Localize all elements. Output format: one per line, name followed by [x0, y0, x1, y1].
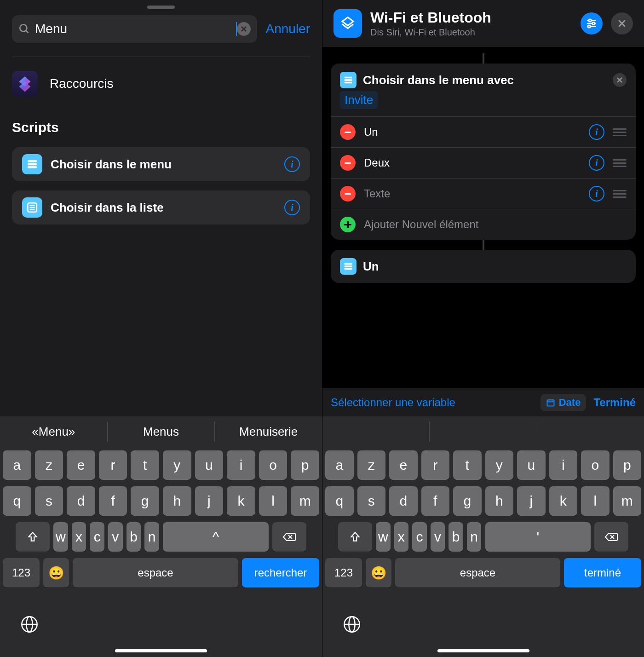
action-choose-from-list[interactable]: Choisir dans la liste i [12, 190, 310, 225]
numbers-key[interactable]: 123 [3, 558, 40, 588]
key-j[interactable]: j [195, 486, 224, 516]
key-z[interactable]: z [357, 450, 386, 480]
key-d[interactable]: d [389, 486, 418, 516]
suggestion[interactable]: Menuiserie [214, 422, 322, 441]
remove-option-button[interactable] [340, 186, 356, 202]
numbers-key[interactable]: 123 [325, 558, 362, 588]
info-icon[interactable]: i [284, 200, 300, 215]
key-s[interactable]: s [35, 486, 63, 516]
remove-option-button[interactable] [340, 124, 356, 140]
key-g[interactable]: g [453, 486, 482, 516]
key-i[interactable]: i [227, 450, 255, 480]
key-x[interactable]: x [394, 522, 409, 552]
key-p[interactable]: p [291, 450, 319, 480]
remove-option-button[interactable] [340, 155, 356, 171]
caret-key[interactable]: ^ [163, 522, 269, 552]
cancel-button[interactable]: Annuler [265, 22, 310, 36]
suggestion[interactable] [429, 422, 536, 441]
app-row[interactable]: Raccourcis [12, 57, 310, 101]
search-input[interactable] [30, 22, 236, 36]
emoji-key[interactable]: 😀 [43, 558, 69, 588]
prompt-field[interactable]: Invite [340, 91, 378, 109]
key-t[interactable]: t [453, 450, 482, 480]
key-h[interactable]: h [485, 486, 514, 516]
key-l[interactable]: l [259, 486, 288, 516]
search-key[interactable]: rechercher [242, 558, 319, 588]
clear-search-button[interactable] [237, 22, 251, 36]
shift-key[interactable] [16, 522, 50, 552]
date-variable-chip[interactable]: Date [540, 394, 586, 411]
done-button[interactable]: Terminé [593, 396, 636, 409]
suggestion[interactable]: Menus [107, 422, 215, 441]
key-j[interactable]: j [517, 486, 546, 516]
drag-handle-icon[interactable] [613, 128, 627, 136]
option-label[interactable]: Deux [364, 156, 581, 169]
key-n[interactable]: n [144, 522, 159, 552]
key-y[interactable]: y [485, 450, 514, 480]
key-h[interactable]: h [163, 486, 191, 516]
emoji-key[interactable]: 😀 [366, 558, 391, 588]
space-key[interactable]: espace [73, 558, 238, 588]
info-icon[interactable]: i [284, 156, 300, 172]
key-v[interactable]: v [431, 522, 445, 552]
close-button[interactable] [611, 12, 633, 35]
key-a[interactable]: a [325, 450, 354, 480]
option-placeholder[interactable]: Texte [364, 187, 581, 200]
key-k[interactable]: k [227, 486, 255, 516]
info-icon[interactable]: i [589, 124, 604, 140]
shift-key[interactable] [338, 522, 372, 552]
done-key[interactable]: terminé [564, 558, 641, 588]
key-u[interactable]: u [517, 450, 546, 480]
key-q[interactable]: q [325, 486, 354, 516]
key-m[interactable]: m [613, 486, 642, 516]
key-o[interactable]: o [259, 450, 288, 480]
key-k[interactable]: k [549, 486, 578, 516]
key-n[interactable]: n [467, 522, 482, 552]
key-f[interactable]: f [99, 486, 127, 516]
key-u[interactable]: u [195, 450, 224, 480]
backspace-key[interactable] [272, 522, 306, 552]
key-g[interactable]: g [131, 486, 159, 516]
suggestion[interactable]: «Menu» [0, 416, 107, 447]
key-z[interactable]: z [35, 450, 63, 480]
key-b[interactable]: b [448, 522, 463, 552]
key-w[interactable]: w [376, 522, 391, 552]
drag-handle-icon[interactable] [613, 159, 627, 167]
key-y[interactable]: y [163, 450, 191, 480]
key-e[interactable]: e [67, 450, 95, 480]
key-r[interactable]: r [99, 450, 127, 480]
key-t[interactable]: t [131, 450, 159, 480]
suggestion[interactable] [322, 416, 429, 447]
key-v[interactable]: v [108, 522, 123, 552]
key-c[interactable]: c [412, 522, 427, 552]
search-field[interactable] [12, 15, 257, 43]
key-m[interactable]: m [291, 486, 319, 516]
home-indicator[interactable] [437, 649, 529, 652]
apostrophe-key[interactable]: ' [485, 522, 591, 552]
key-l[interactable]: l [581, 486, 610, 516]
key-o[interactable]: o [581, 450, 610, 480]
drag-handle-icon[interactable] [613, 190, 627, 198]
suggestion[interactable] [537, 422, 644, 441]
select-variable-button[interactable]: Sélectionner une variable [331, 396, 533, 409]
option-label[interactable]: Un [364, 126, 581, 138]
key-a[interactable]: a [3, 450, 31, 480]
case-module[interactable]: Un [331, 250, 636, 283]
key-i[interactable]: i [549, 450, 578, 480]
action-choose-from-menu[interactable]: Choisir dans le menu i [12, 147, 310, 181]
backspace-key[interactable] [594, 522, 628, 552]
key-q[interactable]: q [3, 486, 31, 516]
info-icon[interactable]: i [589, 155, 604, 171]
globe-icon[interactable] [20, 615, 39, 638]
key-r[interactable]: r [421, 450, 450, 480]
key-d[interactable]: d [67, 486, 95, 516]
info-icon[interactable]: i [589, 186, 604, 202]
add-option-row[interactable]: Ajouter Nouvel élément [331, 209, 636, 240]
home-indicator[interactable] [115, 649, 207, 652]
module-close-icon[interactable] [613, 73, 627, 87]
key-p[interactable]: p [613, 450, 642, 480]
key-x[interactable]: x [72, 522, 86, 552]
key-e[interactable]: e [389, 450, 418, 480]
sheet-grabber[interactable] [147, 6, 175, 9]
key-f[interactable]: f [421, 486, 450, 516]
